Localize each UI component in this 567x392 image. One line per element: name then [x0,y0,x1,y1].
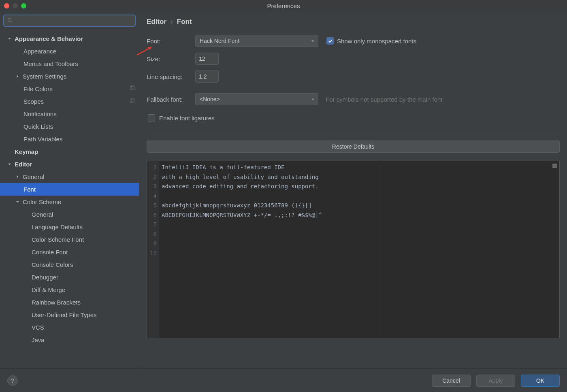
bottom-bar: ? Cancel Apply OK [0,369,567,392]
tree-item-menus-toolbars[interactable]: Menus and Toolbars [0,58,139,70]
tree-item-keymap[interactable]: Keymap [0,145,139,158]
size-label: Size: [147,55,195,62]
tree-item-editor-font[interactable]: Font [0,183,139,196]
linespacing-label: Line spacing: [147,73,195,80]
tree-item-cs-lang-defaults[interactable]: Language Defaults [0,221,139,233]
tree-item-cs-vcs[interactable]: VCS [0,321,139,334]
code-preview[interactable]: IntelliJ IDEA is a full-featured IDE wit… [159,161,381,338]
chevron-right-icon [15,174,20,180]
tree-item-appearance-behavior[interactable]: Appearance & Behavior [0,32,139,45]
tree-item-color-scheme[interactable]: Color Scheme [0,196,139,208]
divider [147,133,560,133]
copy-icon [129,85,135,92]
tree-item-cs-font[interactable]: Color Scheme Font [0,233,139,246]
tree-item-cs-java[interactable]: Java [0,334,139,346]
tree-item-cs-console-colors[interactable]: Console Colors [0,258,139,271]
tree-item-system-settings[interactable]: System Settings [0,70,139,83]
copy-icon [129,98,135,105]
font-preview: 12345678910 IntelliJ IDEA is a full-feat… [147,161,560,338]
apply-button[interactable]: Apply [476,375,515,387]
fallback-select-value: <None> [200,96,220,102]
svg-point-0 [8,18,11,21]
tree-item-notifications[interactable]: Notifications [0,108,139,120]
tree-item-quick-lists[interactable]: Quick Lists [0,120,139,133]
breadcrumb-sep: › [171,18,173,26]
font-select[interactable]: Hack Nerd Font [195,35,318,47]
error-stripe-marker [552,164,557,168]
window-title: Preferences [0,2,567,9]
svg-line-1 [11,21,13,22]
settings-tree[interactable]: Appearance & Behavior Appearance Menus a… [0,30,139,368]
ligatures-label: Enable font ligatures [159,115,215,121]
tree-item-editor[interactable]: Editor [0,158,139,170]
chevron-down-icon [6,162,12,167]
tree-item-cs-console-font[interactable]: Console Font [0,246,139,258]
size-input[interactable]: 12 [195,53,219,65]
ok-button[interactable]: OK [521,375,560,387]
tree-item-appearance[interactable]: Appearance [0,45,139,58]
linespacing-input[interactable]: 1.2 [195,70,219,83]
search-input[interactable] [3,15,136,27]
chevron-down-icon [6,36,12,42]
help-button[interactable]: ? [7,375,18,386]
tree-item-cs-rainbow[interactable]: Rainbow Brackets [0,296,139,309]
check-icon [328,39,333,43]
chevron-down-icon [311,96,315,102]
font-select-value: Hack Nerd Font [200,38,239,44]
fallback-select[interactable]: <None> [195,93,318,105]
restore-defaults-button[interactable]: Restore Defaults [147,141,560,153]
chevron-right-icon [15,74,20,79]
tree-item-cs-general[interactable]: General [0,208,139,221]
ligatures-checkbox[interactable] [148,114,155,121]
sidebar: Appearance & Behavior Appearance Menus a… [0,11,139,368]
tree-item-cs-debugger[interactable]: Debugger [0,271,139,283]
chevron-down-icon [15,199,20,205]
tree-item-scopes[interactable]: Scopes [0,95,139,108]
fallback-label: Fallback font: [147,96,195,103]
tree-item-file-colors[interactable]: File Colors [0,83,139,95]
chevron-down-icon [311,38,315,44]
tree-item-path-variables[interactable]: Path Variables [0,133,139,145]
search-icon [7,17,13,24]
show-monospaced-checkbox[interactable] [326,37,334,45]
preview-right-pane [381,161,559,338]
titlebar: Preferences [0,0,567,11]
gutter: 12345678910 [147,161,159,338]
font-label: Font: [147,38,195,45]
show-monospaced-label: Show only monospaced fonts [337,38,416,45]
tree-item-cs-udft[interactable]: User-Defined File Types [0,309,139,321]
tree-item-cs-diff-merge[interactable]: Diff & Merge [0,283,139,296]
breadcrumb: Editor › Font [147,18,560,26]
fallback-hint: For symbols not supported by the main fo… [326,96,442,103]
breadcrumb-font: Font [177,18,192,26]
breadcrumb-editor[interactable]: Editor [147,18,166,26]
tree-item-editor-general[interactable]: General [0,170,139,183]
cancel-button[interactable]: Cancel [432,375,471,387]
